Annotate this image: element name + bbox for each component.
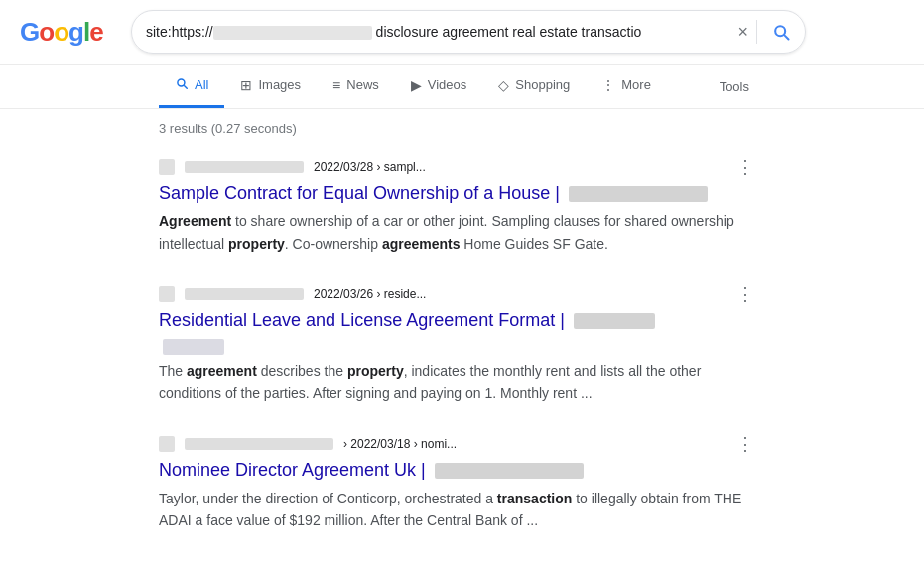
clear-button[interactable]: × [737,22,748,43]
snippet-bold: agreements [382,236,461,252]
url-blurred [213,26,372,40]
tab-shopping[interactable]: ◇ Shopping [482,66,586,108]
tab-images[interactable]: ⊞ Images [224,66,317,108]
tab-videos[interactable]: ▶ Videos [395,66,483,108]
tools-button[interactable]: Tools [704,68,765,106]
snippet-bold: property [228,236,285,252]
result-title-link[interactable]: Residential Leave and License Agreement … [159,309,754,332]
search-input[interactable]: site:https:// disclosure agreement real … [146,24,729,40]
logo-text: Google [20,17,103,48]
result-url-blurred [185,161,304,173]
tab-all[interactable]: All [159,65,224,108]
tab-more-label: More [621,77,651,92]
search-divider [756,20,757,44]
result-url-blurred [185,438,333,450]
videos-icon: ▶ [411,77,422,93]
results-stats: 3 results (0.27 seconds) [159,121,765,136]
result-title-link[interactable]: Nominee Director Agreement Uk | [159,459,754,482]
images-icon: ⊞ [240,77,252,93]
google-logo[interactable]: Google [20,17,111,48]
news-icon: ≡ [332,77,340,93]
title-blurred-1 [574,313,655,329]
search-bar-wrapper: site:https:// disclosure agreement real … [131,10,806,54]
search-bar[interactable]: site:https:// disclosure agreement real … [131,10,806,54]
logo-g: G [20,17,39,47]
snippet-bold: agreement [187,363,257,379]
result-date-path: 2022/03/26 › reside... [314,287,426,301]
result-meta: 2022/03/26 › reside... ⋮ [159,283,754,305]
result-title-link[interactable]: Sample Contract for Equal Ownership of a… [159,182,754,205]
logo-e: e [89,17,102,47]
tab-news[interactable]: ≡ News [317,66,395,108]
result-title-text: Sample Contract for Equal Ownership of a… [159,183,560,203]
results-area: 3 results (0.27 seconds) 2022/03/28 › sa… [0,109,924,571]
all-icon [175,76,189,93]
search-submit-button[interactable] [765,22,791,42]
result-meta: › 2022/03/18 › nomi... ⋮ [159,433,754,455]
title-blurred [569,186,708,202]
site-prefix: site:https:// [146,24,213,40]
result-favicon [159,159,175,175]
result-item: 2022/03/28 › sampl... ⋮ Sample Contract … [159,156,754,255]
tab-all-label: All [195,77,208,92]
nav-tabs: All ⊞ Images ≡ News ▶ Videos ◇ Shopping … [0,65,924,109]
logo-o2: o [54,17,68,47]
result-date-path: › 2022/03/18 › nomi... [343,437,457,451]
tab-shopping-label: Shopping [515,77,570,92]
snippet-bold: Agreement [159,214,231,229]
result-item: › 2022/03/18 › nomi... ⋮ Nominee Directo… [159,433,754,532]
header: Google site:https:// disclosure agreemen… [0,0,924,65]
title-blurred [435,463,584,479]
result-item: 2022/03/26 › reside... ⋮ Residential Lea… [159,283,754,405]
snippet-bold: property [347,363,404,379]
search-query: disclosure agreement real estate transac… [376,24,642,40]
result-favicon [159,436,175,452]
shopping-icon: ◇ [498,77,509,93]
tab-more[interactable]: ⋮ More [586,66,667,108]
result-favicon [159,286,175,302]
title-blurred-2 [163,339,224,355]
result-snippet: The agreement describes the property, in… [159,360,754,404]
result-snippet: Taylor, under the direction of Conticorp… [159,488,754,531]
result-url-blurred [185,288,304,300]
result-title-text: Nominee Director Agreement Uk | [159,460,426,480]
result-title-text: Residential Leave and License Agreement … [159,310,565,330]
result-meta: 2022/03/28 › sampl... ⋮ [159,156,754,178]
tab-images-label: Images [258,77,301,92]
more-icon: ⋮ [601,77,615,93]
search-small-icon [175,76,189,90]
logo-o1: o [39,17,54,47]
tab-news-label: News [346,77,379,92]
result-options-button[interactable]: ⋮ [736,283,754,305]
search-icon [771,22,791,42]
logo-g2: g [68,17,83,47]
result-options-button[interactable]: ⋮ [736,433,754,455]
result-date-path: 2022/03/28 › sampl... [314,160,426,174]
tools-label: Tools [720,79,749,94]
result-snippet: Agreement to share ownership of a car or… [159,211,754,254]
snippet-bold: transaction [497,491,572,506]
tab-videos-label: Videos [428,77,467,92]
result-options-button[interactable]: ⋮ [736,156,754,178]
